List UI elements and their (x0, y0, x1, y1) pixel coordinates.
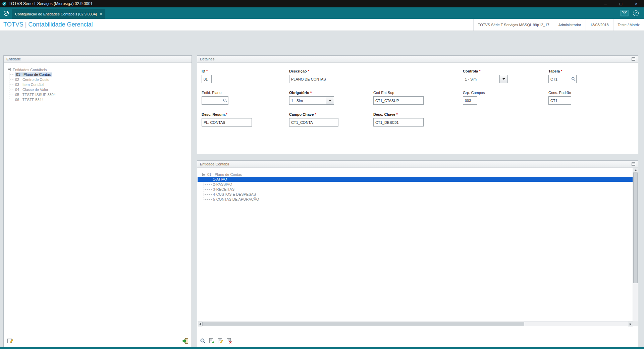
tree-item-receitas[interactable]: 3-RECEITAS (198, 187, 633, 192)
desc-resum-input[interactable] (202, 118, 252, 127)
tab-configuracao-entidades[interactable]: Configuração de Entidades Contábeis [02.… (12, 9, 105, 19)
entity-panel-title: Entidade (6, 57, 21, 61)
field-desc-resum: Desc. Resum.* (202, 112, 252, 127)
footer-accent-strip (0, 347, 644, 349)
contabil-panel: Entidade Contábil 01 - Plano de Contas 1… (197, 160, 638, 347)
entity-tree-root[interactable]: Entidades Contábeis (8, 67, 192, 72)
edit-entity-icon[interactable] (6, 337, 14, 345)
totvs-logo-icon (3, 10, 9, 16)
field-id: ID * (202, 69, 212, 83)
cons-padrao-input[interactable] (548, 96, 571, 105)
details-panel: Detalhes ID * Descrição * Controla * Tab… (197, 55, 638, 154)
maximize-button[interactable]: □ (613, 0, 629, 7)
page-title: TOTVS | Contabilidade Gerencial (0, 21, 93, 28)
field-campo-chave: Campo Chave * (289, 112, 338, 127)
required-marker: * (308, 69, 309, 73)
required-marker: * (561, 69, 562, 73)
entid-plano-label: Entid. Plano (202, 91, 228, 95)
tree-item-item-contabil[interactable]: 03 - Item Contábil (9, 82, 192, 87)
contabil-tree-root[interactable]: 01 - Plano de Contas (198, 172, 633, 177)
obrigatorio-value[interactable] (289, 96, 326, 105)
add-item-icon[interactable] (208, 337, 216, 345)
details-panel-title: Detalhes (200, 57, 214, 61)
tab-close-icon[interactable]: × (100, 12, 102, 16)
totvs-app-icon (2, 1, 7, 6)
descricao-input[interactable] (289, 75, 439, 83)
exit-icon[interactable] (181, 337, 189, 345)
window-title: TOTVS Série T Serviços (Microsiga) 02.9.… (9, 1, 598, 6)
tree-item-teste-5844[interactable]: 06 - TESTE 5844 (9, 97, 192, 102)
tree-item-teste-issue[interactable]: 05 - TESTE ISSUE 3304 (9, 92, 192, 97)
desc-resum-label: Desc. Resum. (202, 112, 226, 116)
scroll-up-icon[interactable] (633, 168, 638, 172)
edit-item-icon[interactable] (216, 337, 224, 345)
id-label: ID (202, 69, 205, 73)
controla-select[interactable] (463, 75, 508, 83)
tree-item-passivo[interactable]: 2-PASSIVO (198, 182, 633, 187)
id-input[interactable] (202, 75, 212, 83)
delete-item-icon[interactable] (225, 337, 233, 345)
vertical-scrollbar-thumb[interactable] (633, 172, 638, 283)
scroll-left-icon[interactable] (198, 321, 202, 327)
desc-chave-label: Desc. Chave (373, 112, 395, 116)
scroll-right-icon[interactable] (628, 321, 633, 327)
vertical-scrollbar[interactable] (633, 168, 638, 326)
field-obrigatorio: Obrigatório * (289, 91, 334, 105)
scrollbar-corner (633, 321, 638, 326)
maximize-panel-icon[interactable] (632, 57, 635, 61)
chevron-down-icon[interactable] (326, 96, 334, 105)
grp-campos-input[interactable] (463, 96, 477, 105)
field-desc-chave: Desc. Chave * (373, 112, 424, 127)
controla-label: Controla (463, 69, 478, 73)
field-entid-plano: Entid. Plano (202, 91, 228, 105)
horizontal-scrollbar-thumb[interactable] (202, 322, 524, 326)
entity-panel-header: Entidade (4, 56, 192, 63)
maximize-panel-icon[interactable] (632, 162, 635, 166)
tree-item-plano-de-contas[interactable]: 01 - Plano de Contas (9, 72, 192, 77)
controla-value[interactable] (463, 75, 500, 83)
tree-item-custos-despesas[interactable]: 4-CUSTOS E DESPESAS (198, 192, 633, 197)
field-controla: Controla * (463, 69, 508, 83)
horizontal-scrollbar[interactable] (198, 321, 633, 326)
window-controls: – □ × (598, 0, 644, 7)
entity-panel: Entidade Entidades Contábeis 01 - Plano … (3, 55, 192, 347)
collapse-icon[interactable] (202, 173, 205, 176)
contabil-panel-header: Entidade Contábil (197, 161, 638, 168)
tree-item-centro-de-custo[interactable]: 02 - Centro de Custo (9, 77, 192, 82)
field-descricao: Descrição * (289, 69, 439, 83)
contabil-panel-title: Entidade Contábil (200, 162, 229, 166)
desc-chave-input[interactable] (373, 118, 424, 127)
minimize-button[interactable]: – (598, 0, 613, 7)
tree-item-classe-de-valor[interactable]: 04 - Classe de Valor (9, 87, 192, 92)
obrigatorio-label: Obrigatório (289, 91, 309, 95)
header: TOTVS | Contabilidade Gerencial TOTVS Sé… (0, 19, 644, 31)
entity-panel-toolbar (6, 337, 189, 345)
date-info: 13/03/2018 (586, 19, 613, 31)
tree-item-contas-apuracao[interactable]: 5-CONTAS DE APURAÇÃO (198, 197, 633, 202)
cod-ent-sup-label: Cod Ent Sup (373, 91, 424, 95)
zoom-icon[interactable] (199, 337, 207, 345)
help-icon[interactable]: ? (633, 10, 639, 16)
campo-chave-label: Campo Chave (289, 112, 314, 116)
close-button[interactable]: × (629, 0, 644, 7)
mail-icon[interactable] (620, 10, 629, 16)
entity-tree-root-label: Entidades Contábeis (13, 68, 47, 72)
collapse-icon[interactable] (8, 68, 11, 71)
tabbar-actions: ? (620, 10, 644, 19)
contabil-toolbar (199, 337, 233, 345)
search-icon[interactable] (223, 98, 227, 103)
app-window: TOTVS Série T Serviços (Microsiga) 02.9.… (0, 0, 644, 349)
titlebar: TOTVS Série T Serviços (Microsiga) 02.9.… (0, 0, 644, 7)
header-info: TOTVS Série T Serviços MSSQL 99p12_17 Ad… (473, 19, 644, 31)
entity-tree-children: 01 - Plano de Contas 02 - Centro de Cust… (9, 72, 192, 102)
campo-chave-input[interactable] (289, 118, 338, 127)
descricao-label: Descrição (289, 69, 307, 73)
required-marker: * (226, 112, 227, 116)
required-marker: * (479, 69, 480, 73)
chevron-down-icon[interactable] (500, 75, 508, 83)
required-marker: * (206, 69, 208, 73)
search-icon[interactable] (571, 77, 576, 81)
obrigatorio-select[interactable] (289, 96, 334, 105)
cod-ent-sup-input[interactable] (373, 96, 424, 105)
tree-item-ativo[interactable]: 1-ATIVO (198, 177, 633, 182)
